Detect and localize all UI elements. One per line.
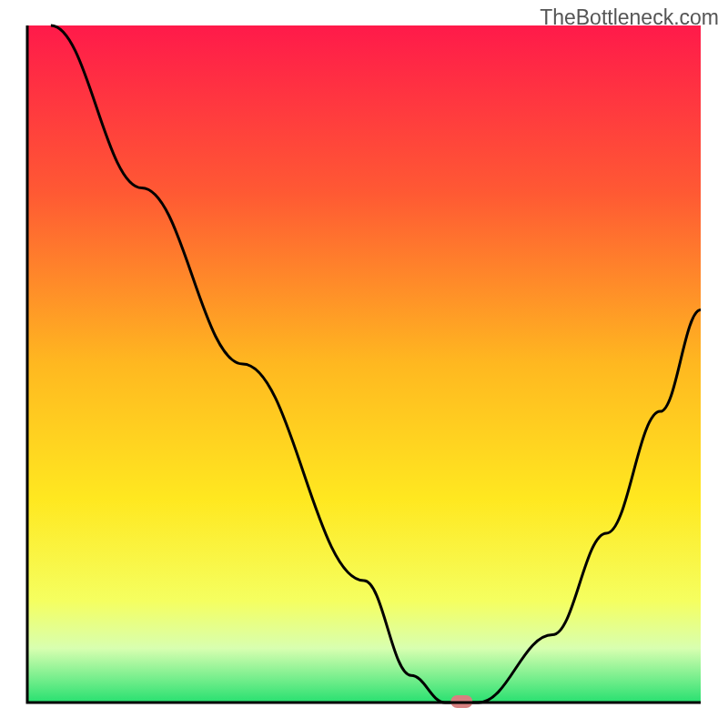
chart-container: TheBottleneck.com [0,0,728,728]
bottleneck-chart [0,0,728,728]
svg-rect-0 [27,25,701,703]
watermark-text: TheBottleneck.com [540,5,719,30]
